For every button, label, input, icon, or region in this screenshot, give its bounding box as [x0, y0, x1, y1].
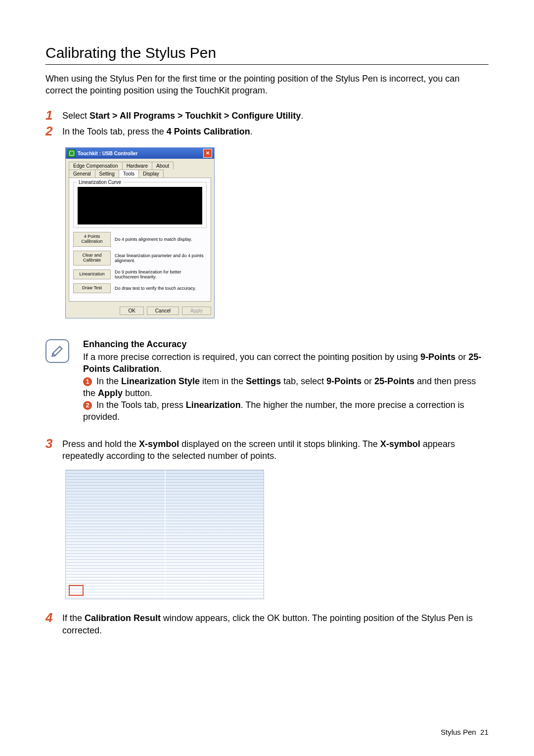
page-footer: Stylus Pen 21: [441, 728, 489, 736]
step-number-4: 4: [45, 611, 62, 624]
linearization-button[interactable]: Linearization: [73, 269, 111, 279]
step-2-text: In the Tools tab, press the 4 Points Cal…: [62, 125, 253, 137]
cancel-button[interactable]: Cancel: [147, 307, 179, 315]
curve-grid: [78, 187, 202, 224]
tab-about[interactable]: About: [152, 162, 174, 170]
dialog-title: Touchkit : USB Controller: [78, 151, 137, 156]
title-rule: [45, 64, 489, 65]
close-icon[interactable]: ✕: [203, 149, 212, 158]
touchkit-dialog: Touchkit : USB Controller ✕ Edge Compens…: [65, 147, 215, 318]
circled-1-icon: 1: [83, 377, 92, 386]
apply-button[interactable]: Apply: [182, 307, 211, 315]
step-number-2: 2: [45, 125, 62, 137]
draw-test-button[interactable]: Draw Test: [73, 283, 111, 293]
linearization-curve-group: Linearization Curve: [73, 182, 207, 228]
intro-paragraph: When using the Stylus Pen for the first …: [45, 73, 489, 97]
step-1-text: Select Start > All Programs > Touchkit >…: [62, 109, 304, 122]
group-title: Linearization Curve: [77, 179, 123, 185]
step-4-text: If the Calibration Result window appears…: [62, 611, 489, 636]
tab-display[interactable]: Display: [138, 170, 164, 178]
step-number-1: 1: [45, 109, 62, 122]
highlight-marker: [69, 585, 84, 596]
tab-hardware[interactable]: Hardware: [122, 162, 152, 170]
linearization-desc: Do 9 points linearization for better tou…: [115, 269, 207, 279]
app-icon: [68, 149, 76, 157]
draw-test-desc: Do draw test to verify the touch accurac…: [115, 286, 207, 291]
clear-and-calibrate-button[interactable]: Clear and Calibrate: [73, 251, 111, 266]
4-points-desc: Do 4 points alignment to match display.: [115, 237, 207, 242]
step-number-3: 3: [45, 437, 62, 450]
dialog-titlebar: Touchkit : USB Controller ✕: [66, 148, 214, 159]
clear-desc: Clear linearization parameter and do 4 p…: [115, 253, 207, 263]
tab-setting[interactable]: Setting: [95, 170, 119, 178]
step-3-text: Press and hold the X-symbol displayed on…: [62, 437, 489, 462]
ok-button[interactable]: OK: [120, 307, 143, 315]
tab-tools[interactable]: Tools: [119, 170, 139, 178]
4-points-calibration-button[interactable]: 4 Points Calibration: [73, 232, 111, 247]
note-heading: Enhancing the Accuracy: [83, 338, 489, 350]
note-line-1: 1 In the Linearization Style item in the…: [83, 375, 489, 400]
note-p1: If a more precise correction is required…: [83, 351, 489, 375]
circled-2-icon: 2: [83, 401, 92, 410]
page-title: Calibrating the Stylus Pen: [45, 44, 489, 61]
tab-general[interactable]: General: [69, 170, 95, 178]
tab-edge-compensation[interactable]: Edge Compensation: [69, 162, 123, 170]
note-line-2: 2 In the Tools tab, press Linearization.…: [83, 399, 489, 423]
note-icon: [45, 339, 69, 363]
calibration-screen-image: [65, 470, 264, 599]
